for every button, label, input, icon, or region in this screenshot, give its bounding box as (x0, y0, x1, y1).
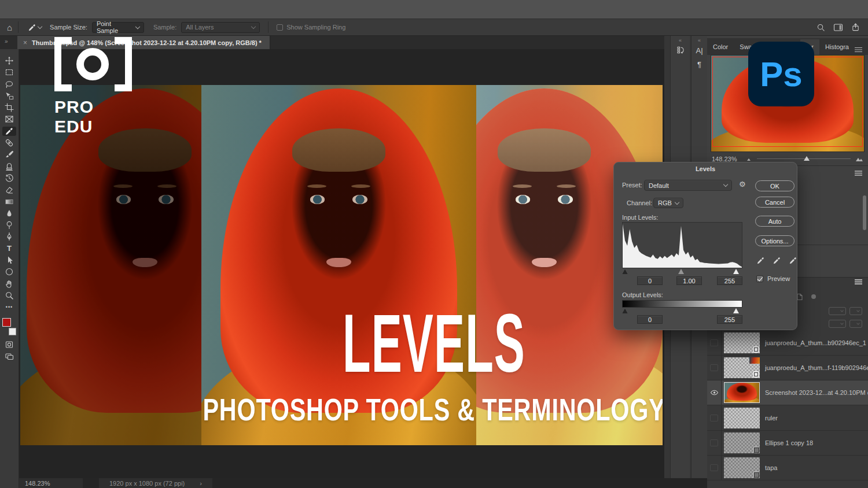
marquee-tool[interactable] (2, 68, 16, 77)
layer-thumbnail[interactable] (724, 408, 760, 428)
search-icon[interactable] (816, 23, 825, 32)
dodge-tool[interactable] (2, 220, 16, 230)
collapse-panels-icon[interactable]: « (671, 36, 690, 43)
share-icon[interactable] (851, 23, 860, 32)
preview-control[interactable]: Preview (756, 275, 790, 282)
visibility-toggle[interactable] (707, 431, 722, 456)
layer-name[interactable]: tapa (765, 464, 777, 471)
collapse-panels-icon[interactable]: « (692, 36, 707, 43)
visibility-toggle[interactable] (707, 456, 722, 480)
layer-name[interactable]: Ellipse 1 copy 18 (765, 439, 813, 446)
type-tool[interactable]: T (2, 244, 16, 253)
shape-tool[interactable] (2, 267, 16, 276)
zoom-in-icon[interactable] (855, 156, 863, 162)
output-shadow-slider[interactable] (622, 308, 628, 313)
panel-menu-icon[interactable] (855, 47, 862, 49)
paragraph-panel-icon[interactable]: ¶ (692, 57, 707, 71)
workspace-icon[interactable] (833, 23, 843, 32)
background-color-swatch[interactable] (9, 328, 16, 335)
foreground-color-swatch[interactable] (2, 318, 11, 327)
hand-tool[interactable] (2, 279, 16, 289)
clone-stamp-tool[interactable] (2, 162, 16, 171)
layer-thumbnail[interactable] (724, 332, 760, 353)
quick-mask-button[interactable] (2, 340, 16, 349)
history-brush-tool[interactable] (2, 173, 16, 183)
auto-button[interactable]: Auto (755, 216, 795, 227)
path-selection-tool[interactable] (2, 256, 16, 265)
frame-tool[interactable] (2, 114, 16, 124)
input-highlight-slider[interactable] (733, 269, 739, 274)
zoom-tool[interactable] (2, 291, 16, 300)
layer-row[interactable]: tapa (707, 456, 868, 480)
layer-row[interactable]: juanproedu_A_thum...b902946ec_1 copy (707, 331, 868, 356)
close-tab-icon[interactable]: × (23, 39, 27, 47)
zoom-slider-thumb[interactable] (804, 156, 810, 161)
object-selection-tool[interactable] (2, 91, 16, 101)
status-chevron-icon[interactable]: › (200, 480, 202, 487)
output-shadow-field[interactable]: 0 (637, 315, 663, 324)
zoom-out-icon[interactable] (746, 156, 752, 162)
tab-color[interactable]: Color (707, 39, 734, 55)
visibility-toggle[interactable] (707, 331, 722, 356)
layer-row-selected[interactable]: Screenshot 2023-12...at 4.20.10PM copy (707, 380, 868, 405)
layer-name[interactable]: juanproedu_A_thum...f-119b902946ec_1 (765, 364, 868, 371)
navigator-zoom-slider[interactable] (757, 158, 851, 159)
output-highlight-slider[interactable] (733, 308, 739, 313)
tab-overflow-icon[interactable]: » (5, 38, 8, 45)
black-point-eyedropper-icon[interactable] (756, 256, 765, 265)
status-zoom-field[interactable]: 148.23% (19, 478, 83, 488)
layer-thumbnail[interactable] (724, 432, 760, 453)
preset-dropdown[interactable]: Default (644, 180, 732, 191)
eyedropper-tool-preset[interactable] (28, 23, 42, 32)
output-highlight-field[interactable]: 255 (717, 315, 742, 324)
character-panel-icon[interactable]: A| (692, 43, 707, 57)
layer-name[interactable]: Screenshot 2023-12...at 4.20.10PM copy (765, 389, 868, 396)
crop-tool[interactable] (2, 103, 16, 112)
panel-menu-icon[interactable] (855, 279, 862, 280)
layer-thumbnail[interactable] (724, 457, 760, 478)
white-point-eyedropper-icon[interactable] (789, 256, 797, 265)
move-tool[interactable] (2, 56, 16, 65)
history-panel-icon[interactable] (671, 43, 690, 57)
input-midtone-slider[interactable] (678, 269, 684, 274)
home-icon[interactable]: ⌂ (7, 23, 12, 32)
eraser-tool[interactable] (2, 185, 16, 194)
panel-scrollbar[interactable] (863, 195, 866, 230)
layer-thumbnail[interactable] (724, 382, 760, 403)
layer-thumbnail[interactable] (724, 357, 760, 378)
gray-point-eyedropper-icon[interactable] (773, 256, 781, 265)
navigator-zoom-field[interactable]: 148.23% (712, 156, 742, 162)
eyedropper-tool[interactable] (2, 127, 16, 136)
cancel-button[interactable]: Cancel (755, 197, 795, 208)
input-gamma-field[interactable]: 1.00 (676, 276, 702, 285)
gradient-tool[interactable] (2, 197, 16, 206)
sample-size-dropdown[interactable]: Point Sample (92, 22, 144, 33)
layer-name[interactable]: juanproedu_A_thum...b902946ec_1 copy (765, 339, 868, 346)
channel-dropdown[interactable]: RGB (653, 198, 683, 208)
visibility-toggle[interactable] (707, 406, 722, 431)
pen-tool[interactable] (2, 232, 16, 241)
lasso-tool[interactable] (2, 80, 16, 89)
blur-tool[interactable] (2, 209, 16, 218)
healing-brush-tool[interactable] (2, 138, 16, 147)
screen-mode-button[interactable] (2, 352, 16, 361)
options-button[interactable]: Options... (755, 235, 795, 246)
color-swatches[interactable] (2, 318, 16, 335)
layer-row[interactable]: Ellipse 1 copy 18 (707, 431, 868, 456)
document-canvas[interactable]: LEVELS PHOTOSHOP TOOLS & TERMINOLOGY (20, 85, 663, 445)
input-highlight-field[interactable]: 255 (717, 276, 742, 285)
preset-options-gear-icon[interactable]: ⚙ (739, 180, 746, 188)
layer-name[interactable]: ruler (765, 415, 778, 422)
panel-menu-icon[interactable] (855, 171, 862, 172)
edit-toolbar-icon[interactable]: ••• (2, 302, 16, 312)
layer-row[interactable]: juanproedu_A_thum...f-119b902946ec_1 (707, 356, 868, 380)
ok-button[interactable]: OK (755, 180, 795, 191)
layer-row[interactable]: ruler (707, 406, 868, 431)
input-shadow-slider[interactable] (622, 269, 628, 274)
visibility-toggle[interactable] (707, 356, 722, 380)
preview-checkbox[interactable] (756, 275, 763, 282)
input-shadow-field[interactable]: 0 (637, 276, 663, 285)
eye-icon[interactable] (710, 389, 719, 396)
tab-histogram[interactable]: Histogra (819, 39, 855, 55)
visibility-toggle[interactable] (707, 380, 722, 405)
